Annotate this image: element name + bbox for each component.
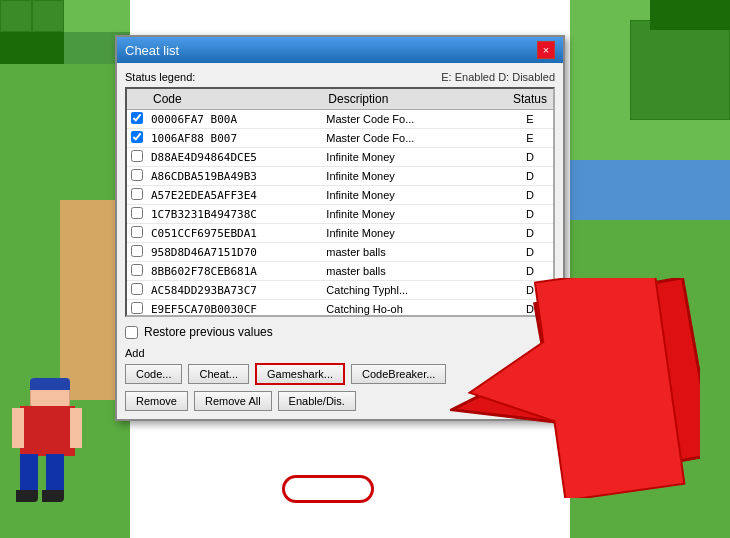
cheat-checkbox[interactable] xyxy=(131,283,143,295)
cheat-status: D xyxy=(507,148,553,167)
add-button-row: Code... Cheat... Gameshark... CodeBreake… xyxy=(125,363,555,385)
cheat-checkbox[interactable] xyxy=(131,207,143,219)
table-row[interactable]: AC584DD293BA73C7Catching Typhl...D xyxy=(127,281,553,300)
cheat-checkbox[interactable] xyxy=(131,131,143,143)
cheat-checkbox[interactable] xyxy=(131,112,143,124)
cheat-description: Infinite Money xyxy=(322,167,507,186)
cheat-list-dialog: Cheat list × Status legend: E: Enabled D… xyxy=(115,35,565,421)
table-row[interactable]: D88AE4D94864DCE5Infinite MoneyD xyxy=(127,148,553,167)
restore-label: Restore previous values xyxy=(144,325,273,339)
game-tile xyxy=(580,300,670,380)
cheat-checkbox[interactable] xyxy=(131,302,143,314)
table-row[interactable]: 1006AF88 B007Master Code Fo...E xyxy=(127,129,553,148)
char-leg xyxy=(20,454,38,494)
status-legend-label: Status legend: xyxy=(125,71,195,83)
cheat-table: Code Description Status 00006FA7 B00AMas… xyxy=(127,89,553,317)
cheat-checkbox[interactable] xyxy=(131,150,143,162)
col-description: Description xyxy=(322,89,507,110)
cheat-checkbox[interactable] xyxy=(131,188,143,200)
cheat-checkbox[interactable] xyxy=(131,264,143,276)
cheat-code: 00006FA7 B00A xyxy=(147,110,322,129)
cheat-status: D xyxy=(507,167,553,186)
dialog-body: Status legend: E: Enabled D: Disabled Co… xyxy=(117,63,563,419)
cheat-status: D xyxy=(507,186,553,205)
cheat-status: E xyxy=(507,129,553,148)
char-hair xyxy=(30,378,70,390)
cheat-table-body: 00006FA7 B00AMaster Code Fo...E1006AF88 … xyxy=(127,110,553,318)
add-label: Add xyxy=(125,347,555,359)
cheat-checkbox[interactable] xyxy=(131,169,143,181)
bottom-button-row: Remove Remove All Enable/Dis. OK xyxy=(125,391,555,411)
ok-button[interactable]: OK xyxy=(510,391,555,411)
code-button[interactable]: Code... xyxy=(125,364,182,384)
cheat-checkbox[interactable] xyxy=(131,245,143,257)
game-tile xyxy=(650,0,730,30)
col-checkbox xyxy=(127,89,147,110)
cheat-description: Master Code Fo... xyxy=(322,129,507,148)
cheat-code: 958D8D46A7151D70 xyxy=(147,243,322,262)
char-arm xyxy=(70,408,82,448)
add-section: Add Code... Cheat... Gameshark... CodeBr… xyxy=(125,347,555,385)
remove-button[interactable]: Remove xyxy=(125,391,188,411)
left-game-background xyxy=(0,0,130,538)
cheat-code: A57E2EDEA5AFF3E4 xyxy=(147,186,322,205)
cheat-description: Infinite Money xyxy=(322,148,507,167)
table-row[interactable]: E9EF5CA70B0030CFCatching Ho-ohD xyxy=(127,300,553,318)
cheat-description: master balls xyxy=(322,243,507,262)
char-shoe xyxy=(42,490,64,502)
cheat-status: D xyxy=(507,243,553,262)
table-row[interactable]: 00006FA7 B00AMaster Code Fo...E xyxy=(127,110,553,129)
right-game-background xyxy=(570,0,730,538)
col-code: Code xyxy=(147,89,322,110)
status-legend-values: E: Enabled D: Disabled xyxy=(441,71,555,83)
cheat-description: master balls xyxy=(322,262,507,281)
gameshark-highlight-circle xyxy=(282,475,374,503)
table-row[interactable]: 1C7B3231B494738CInfinite MoneyD xyxy=(127,205,553,224)
char-body xyxy=(20,406,75,456)
cheat-description: Infinite Money xyxy=(322,186,507,205)
char-arm xyxy=(12,408,24,448)
cheat-table-container[interactable]: Code Description Status 00006FA7 B00AMas… xyxy=(125,87,555,317)
table-header-row: Code Description Status xyxy=(127,89,553,110)
cheat-code: C051CCF6975EBDA1 xyxy=(147,224,322,243)
cheat-code: 8BB602F78CEB681A xyxy=(147,262,322,281)
cheat-status: D xyxy=(507,281,553,300)
enable-dis-button[interactable]: Enable/Dis. xyxy=(278,391,356,411)
table-row[interactable]: A57E2EDEA5AFF3E4Infinite MoneyD xyxy=(127,186,553,205)
cheat-description: Catching Ho-oh xyxy=(322,300,507,318)
game-tile xyxy=(64,0,130,32)
game-tile xyxy=(0,32,32,64)
table-row[interactable]: A86CDBA519BA49B3Infinite MoneyD xyxy=(127,167,553,186)
dialog-titlebar: Cheat list × xyxy=(117,37,563,63)
char-shoe xyxy=(16,490,38,502)
game-tile xyxy=(32,32,64,64)
cheat-code: 1006AF88 B007 xyxy=(147,129,322,148)
cheat-description: Infinite Money xyxy=(322,205,507,224)
cheat-code: 1C7B3231B494738C xyxy=(147,205,322,224)
restore-checkbox[interactable] xyxy=(125,326,138,339)
game-tile xyxy=(570,160,730,220)
cheat-code: AC584DD293BA73C7 xyxy=(147,281,322,300)
cheat-status: E xyxy=(507,110,553,129)
cheat-status: D xyxy=(507,224,553,243)
cheat-code: A86CDBA519BA49B3 xyxy=(147,167,322,186)
game-character xyxy=(10,378,90,518)
cheat-checkbox[interactable] xyxy=(131,226,143,238)
table-row[interactable]: C051CCF6975EBDA1Infinite MoneyD xyxy=(127,224,553,243)
cheat-status: D xyxy=(507,300,553,318)
cheat-code: D88AE4D94864DCE5 xyxy=(147,148,322,167)
table-row[interactable]: 958D8D46A7151D70master ballsD xyxy=(127,243,553,262)
dialog-title: Cheat list xyxy=(125,43,179,58)
gameshark-button[interactable]: Gameshark... xyxy=(255,363,345,385)
cheat-code: E9EF5CA70B0030CF xyxy=(147,300,322,318)
cheat-description: Infinite Money xyxy=(322,224,507,243)
table-row[interactable]: 8BB602F78CEB681Amaster ballsD xyxy=(127,262,553,281)
cheat-button[interactable]: Cheat... xyxy=(188,364,249,384)
col-status: Status xyxy=(507,89,553,110)
cheat-description: Catching Typhl... xyxy=(322,281,507,300)
cheat-status: D xyxy=(507,205,553,224)
char-leg xyxy=(46,454,64,494)
close-button[interactable]: × xyxy=(537,41,555,59)
codebreaker-button[interactable]: CodeBreaker... xyxy=(351,364,446,384)
remove-all-button[interactable]: Remove All xyxy=(194,391,272,411)
